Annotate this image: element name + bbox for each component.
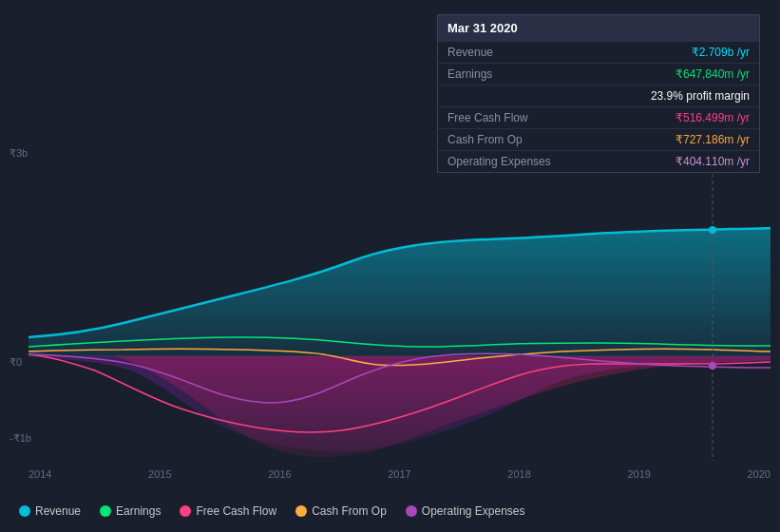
tooltip-label-revenue: Revenue (447, 46, 493, 59)
tooltip-label-cashop: Cash From Op (447, 133, 523, 146)
x-axis-labels: 2014 2015 2016 2017 2018 2019 2020 (29, 468, 770, 480)
tooltip-row-cashop: Cash From Op ₹727.186m /yr (438, 128, 759, 150)
x-label-2015: 2015 (148, 468, 171, 480)
tooltip-label-opex: Operating Expenses (447, 155, 551, 168)
legend-label-earnings: Earnings (116, 504, 161, 518)
tooltip-label-fcf: Free Cash Flow (447, 111, 528, 124)
chart-legend: Revenue Earnings Free Cash Flow Cash Fro… (19, 504, 525, 518)
y-label-0: ₹0 (10, 356, 22, 369)
tooltip-label-earnings: Earnings (447, 67, 492, 81)
x-label-2019: 2019 (627, 468, 650, 480)
tooltip-row-opex: Operating Expenses ₹404.110m /yr (438, 150, 759, 172)
x-label-2014: 2014 (29, 468, 51, 480)
legend-item-cashop[interactable]: Cash From Op (295, 504, 387, 518)
tooltip-row-fcf: Free Cash Flow ₹516.499m /yr (438, 106, 759, 128)
legend-item-opex[interactable]: Operating Expenses (406, 504, 525, 518)
tooltip-value-cashop: ₹727.186m /yr (675, 133, 750, 146)
legend-label-opex: Operating Expenses (422, 504, 525, 518)
chart-area: Mar 31 2020 Revenue ₹2.709b /yr Earnings… (0, 0, 780, 532)
tooltip-row-margin: 23.9% profit margin (438, 85, 759, 106)
legend-dot-fcf (180, 505, 191, 517)
x-label-2020: 2020 (747, 468, 770, 480)
tooltip-card: Mar 31 2020 Revenue ₹2.709b /yr Earnings… (437, 14, 760, 173)
legend-dot-cashop (295, 505, 307, 517)
legend-label-revenue: Revenue (35, 504, 81, 518)
legend-dot-revenue (19, 505, 30, 517)
svg-point-2 (709, 226, 716, 234)
legend-item-revenue[interactable]: Revenue (19, 504, 81, 518)
tooltip-row-earnings: Earnings ₹647,840m /yr (438, 63, 759, 85)
y-label-3b: ₹3b (10, 147, 28, 160)
tooltip-value-fcf: ₹516.499m /yr (675, 111, 750, 124)
x-label-2018: 2018 (507, 468, 530, 480)
chart-svg (29, 147, 770, 461)
tooltip-row-revenue: Revenue ₹2.709b /yr (438, 41, 759, 63)
legend-label-cashop: Cash From Op (312, 504, 387, 518)
legend-item-fcf[interactable]: Free Cash Flow (180, 504, 276, 518)
svg-point-3 (709, 362, 716, 370)
tooltip-title: Mar 31 2020 (438, 15, 759, 41)
tooltip-value-earnings: ₹647,840m /yr (675, 67, 750, 81)
x-label-2017: 2017 (388, 468, 410, 480)
legend-dot-opex (406, 505, 417, 517)
tooltip-value-opex: ₹404.110m /yr (675, 155, 750, 168)
tooltip-value-margin: 23.9% profit margin (651, 89, 750, 103)
legend-item-earnings[interactable]: Earnings (100, 504, 161, 518)
legend-dot-earnings (100, 505, 111, 517)
tooltip-value-revenue: ₹2.709b /yr (692, 46, 750, 59)
x-label-2016: 2016 (268, 468, 291, 480)
legend-label-fcf: Free Cash Flow (196, 504, 276, 518)
